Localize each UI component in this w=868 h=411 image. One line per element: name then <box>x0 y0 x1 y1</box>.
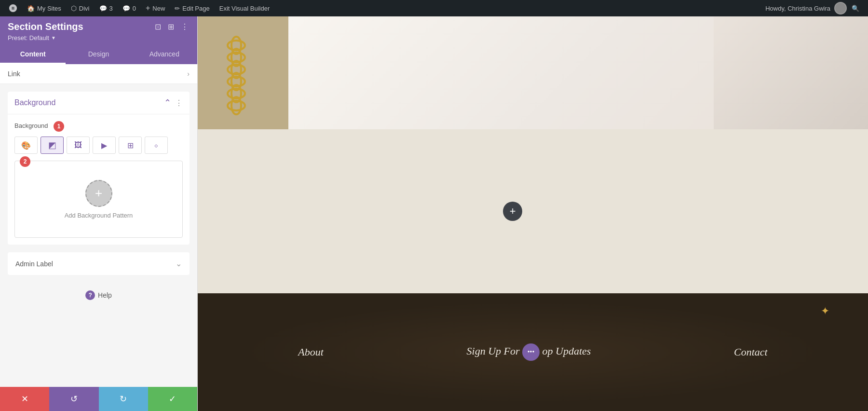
background-collapse-icon[interactable]: ⌃ <box>164 97 171 108</box>
panel-actions: ✕ ↺ ↻ ✓ <box>0 387 197 411</box>
redo-button[interactable]: ↻ <box>99 387 148 411</box>
new-plus-icon: + <box>146 4 150 13</box>
search-button[interactable]: 🔍 <box>847 0 864 16</box>
bg-type-color-button[interactable]: 🎨 <box>14 137 38 154</box>
cancel-icon: ✕ <box>21 394 28 404</box>
new-label: New <box>152 5 165 12</box>
panel-title: Section Settings <box>8 21 83 32</box>
background-title: Background <box>14 98 55 107</box>
background-section-body: Background 1 🎨 ◩ 🖼 <box>8 114 190 245</box>
avatar[interactable] <box>834 2 847 14</box>
background-field-label: Background 1 <box>14 121 183 132</box>
help-label: Help <box>98 291 112 299</box>
panel-header: Section Settings ⊡ ⊞ ⋮ Preset: Default ▼ <box>0 16 197 45</box>
add-pattern-button[interactable]: + <box>85 180 112 207</box>
tab-content[interactable]: Content <box>0 45 66 64</box>
comment2-count: 0 <box>133 5 136 12</box>
admin-label-text: Admin Label <box>15 260 53 268</box>
background-section-header: Background ⌃ ⋮ <box>8 92 190 114</box>
color-fill-icon: 🎨 <box>21 141 31 150</box>
divi-label: Divi <box>79 5 90 12</box>
preset-arrow-icon: ▼ <box>51 35 56 41</box>
footer-signup-link[interactable]: Sign Up For ••• op Updates <box>467 343 591 361</box>
comment-icon: 💬 <box>99 5 107 12</box>
new-button[interactable]: + New <box>141 0 170 16</box>
tab-advanced[interactable]: Advanced <box>132 45 197 64</box>
link-label: Link <box>8 70 20 78</box>
footer-contact-link[interactable]: Contact <box>734 346 768 358</box>
footer-signup-container: Sign Up For ••• op Updates <box>467 343 591 361</box>
divi-icon: ⬡ <box>71 4 77 12</box>
undo-button[interactable]: ↺ <box>49 387 98 411</box>
exit-builder-button[interactable]: Exit Visual Builder <box>215 0 275 16</box>
bg-type-image-button[interactable]: 🖼 <box>67 137 90 154</box>
bg-type-pattern-button[interactable]: ⊞ <box>119 137 142 154</box>
footer-about-link[interactable]: About <box>298 346 324 358</box>
background-more-icon[interactable]: ⋮ <box>175 98 183 108</box>
video-icon: ▶ <box>101 141 107 150</box>
gradient-icon: ◩ <box>48 140 56 151</box>
canvas-area: + ✦ About Sign Up For ••• op Updates Con… <box>198 16 868 411</box>
divi-button[interactable]: ⬡ Divi <box>66 0 95 16</box>
comment-count: 3 <box>109 5 113 12</box>
edit-icon: ✏ <box>175 5 180 12</box>
help-icon: ? <box>85 290 95 300</box>
mask-icon: ⬦ <box>154 141 159 150</box>
comment2-icon: 💬 <box>122 5 130 12</box>
tab-design[interactable]: Design <box>66 45 131 64</box>
add-module-icon: + <box>510 205 516 218</box>
cancel-button[interactable]: ✕ <box>0 387 49 411</box>
save-icon: ✓ <box>169 394 176 404</box>
add-pattern-plus-icon: + <box>95 186 102 201</box>
bg-type-video-button[interactable]: ▶ <box>93 137 116 154</box>
panel-header-icons: ⊡ ⊞ ⋮ <box>154 21 190 32</box>
link-expand-icon: › <box>187 70 190 78</box>
panel-tabs: Content Design Advanced <box>0 45 197 64</box>
home-icon: 🏠 <box>27 5 35 12</box>
my-sites-button[interactable]: 🏠 My Sites <box>22 0 66 16</box>
comments2-button[interactable]: 💬 0 <box>118 0 141 16</box>
expand-icon[interactable]: ⊡ <box>154 21 162 32</box>
help-section[interactable]: ? Help <box>0 283 197 308</box>
admin-label-section: Admin Label ⌄ <box>8 252 190 275</box>
admin-bar: 🏠 My Sites ⬡ Divi 💬 3 💬 0 + New ✏ Edit P… <box>0 0 868 16</box>
add-bg-pattern-container: 2 + Add Background Pattern <box>14 161 183 238</box>
background-title-text: Background <box>14 98 55 107</box>
pattern-icon: ⊞ <box>127 141 134 150</box>
background-badge-1: 1 <box>54 121 64 132</box>
comments-button[interactable]: 💬 3 <box>95 0 118 16</box>
edit-page-button[interactable]: ✏ Edit Page <box>170 0 214 16</box>
edit-page-label: Edit Page <box>182 5 209 12</box>
left-panel: Section Settings ⊡ ⊞ ⋮ Preset: Default ▼… <box>0 16 198 411</box>
my-sites-label: My Sites <box>37 5 61 12</box>
wp-logo-button[interactable] <box>4 0 22 16</box>
canvas-top-section <box>198 16 868 129</box>
redo-icon: ↻ <box>120 394 127 404</box>
canvas-right-top <box>288 16 868 129</box>
columns-icon[interactable]: ⊞ <box>167 21 175 32</box>
jewelry-image <box>198 16 288 129</box>
admin-label-expand-icon: ⌄ <box>176 259 182 268</box>
svg-rect-15 <box>198 16 288 129</box>
bg-type-gradient-button[interactable]: ◩ <box>41 137 64 154</box>
chain-svg <box>198 16 288 129</box>
howdy-text: Howdy, Christina Gwira <box>761 5 834 12</box>
bg-type-row: 🎨 ◩ 🖼 ▶ ⊞ <box>14 137 183 154</box>
preset-text: Preset: Default <box>8 34 49 41</box>
save-button[interactable]: ✓ <box>148 387 197 411</box>
footer-star-icon: ✦ <box>821 305 829 317</box>
image-icon: 🖼 <box>74 141 82 150</box>
main-area: Section Settings ⊡ ⊞ ⋮ Preset: Default ▼… <box>0 16 868 411</box>
canvas-footer-section: ✦ About Sign Up For ••• op Updates Conta… <box>198 293 868 411</box>
purple-dot-menu[interactable]: ••• <box>522 343 540 361</box>
admin-label-header[interactable]: Admin Label ⌄ <box>8 252 190 275</box>
more-options-icon[interactable]: ⋮ <box>180 21 190 32</box>
bg-type-mask-button[interactable]: ⬦ <box>145 137 168 154</box>
canvas-middle-section: + <box>198 129 868 293</box>
add-module-button[interactable]: + <box>503 202 522 221</box>
panel-body: Link › Background ⌃ ⋮ Background <box>0 64 197 387</box>
preset-dropdown[interactable]: Preset: Default ▼ <box>8 34 190 41</box>
link-section[interactable]: Link › <box>0 64 197 84</box>
undo-icon: ↺ <box>70 394 78 404</box>
pattern-badge-2: 2 <box>20 156 30 167</box>
